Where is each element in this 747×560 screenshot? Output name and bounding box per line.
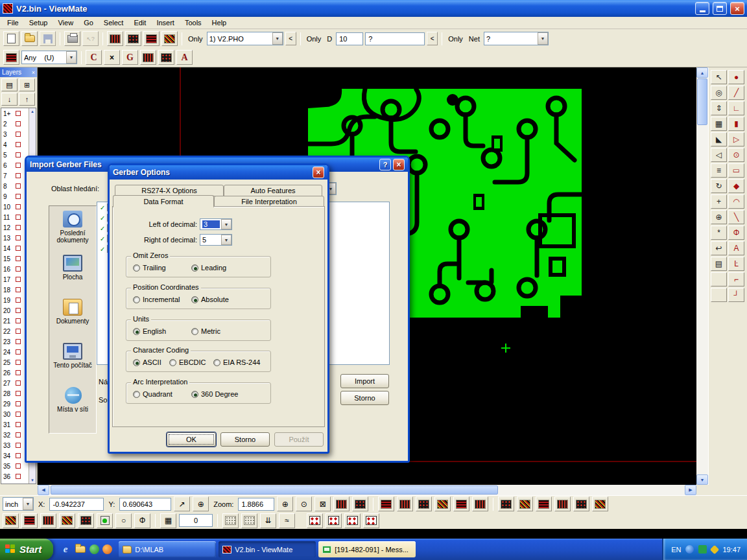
- dice-pattern-button[interactable]: [326, 513, 342, 528]
- chevron-down-icon[interactable]: ▼: [23, 498, 33, 510]
- previous-layer-button[interactable]: <: [285, 32, 296, 45]
- cancel-button[interactable]: Storno: [220, 432, 270, 447]
- tool-icon[interactable]: ↖: [711, 70, 727, 84]
- pattern-button[interactable]: [397, 496, 413, 511]
- tool-icon[interactable]: ◎: [711, 86, 727, 100]
- vertical-scroll-thumb[interactable]: [697, 78, 707, 125]
- tool-icon[interactable]: Φ: [728, 226, 744, 240]
- radio-quadrant[interactable]: Quadrant: [133, 390, 172, 398]
- taskbar-button-mlab[interactable]: D:\MLAB: [119, 541, 216, 557]
- radio-metric[interactable]: Metric: [191, 327, 220, 335]
- layer-move-down-button[interactable]: ↓: [1, 93, 18, 106]
- tool-icon[interactable]: ◣: [711, 132, 727, 146]
- tool-icon[interactable]: ╲: [728, 210, 744, 224]
- maximize-button[interactable]: [713, 2, 727, 15]
- dcode-table-button[interactable]: [107, 31, 123, 46]
- menu-item[interactable]: View: [53, 18, 78, 28]
- pattern-button[interactable]: [536, 496, 552, 511]
- drill-symbol-button[interactable]: Φ: [134, 513, 150, 528]
- units-combo[interactable]: inch ▼: [3, 497, 34, 511]
- grid-table-button-2[interactable]: [352, 496, 368, 511]
- layer-status-button[interactable]: [97, 513, 113, 528]
- tool-icon[interactable]: [711, 288, 727, 302]
- zoom-window-button[interactable]: ⊠: [314, 496, 331, 511]
- tool-icon[interactable]: *: [711, 226, 727, 240]
- pattern-button[interactable]: [472, 496, 488, 511]
- measure-tool-button[interactable]: [143, 31, 160, 46]
- minimize-button[interactable]: [695, 2, 709, 15]
- pad-grid-button[interactable]: [140, 50, 156, 65]
- scroll-left-button[interactable]: ◀: [38, 485, 49, 495]
- pattern-button[interactable]: [573, 496, 589, 511]
- tool-icon[interactable]: ⊕: [711, 210, 727, 224]
- move-aperture-button[interactable]: ×: [104, 50, 120, 65]
- aperture-list-button[interactable]: [125, 31, 141, 46]
- radio-leading[interactable]: Leading: [191, 264, 226, 272]
- vertical-scrollbar[interactable]: ▲ ▼: [696, 67, 708, 485]
- tray-icon-yellow[interactable]: [710, 544, 719, 554]
- dot-grid-button-2[interactable]: [241, 513, 257, 528]
- radio-eia-rs244[interactable]: EIA RS-244: [213, 358, 260, 366]
- menu-item[interactable]: Insert: [151, 18, 180, 28]
- taskbar-button-message[interactable]: [191-482-091] - Mess...: [318, 541, 416, 557]
- radio-absolute[interactable]: Absolute: [191, 296, 229, 303]
- radio-360-degree[interactable]: 360 Degree: [191, 390, 239, 398]
- internet-explorer-icon[interactable]: e: [60, 544, 71, 555]
- taskbar-button-viewmate[interactable]: V2.bin - ViewMate: [219, 541, 316, 557]
- tool-icon[interactable]: ▮: [728, 117, 744, 131]
- horizontal-scroll-thumb[interactable]: [51, 485, 498, 495]
- start-button[interactable]: Start: [0, 539, 53, 560]
- y-coordinate-field[interactable]: 0.690643: [119, 498, 171, 511]
- chevron-down-icon[interactable]: ▼: [221, 235, 231, 245]
- horizontal-scrollbar[interactable]: ◀ ▶: [38, 485, 696, 495]
- place-network[interactable]: Místa v síti: [49, 382, 96, 426]
- dcode-field[interactable]: 10: [336, 32, 363, 45]
- only-layer-toggle[interactable]: Only: [186, 35, 205, 43]
- layer-grid-button[interactable]: ⊞: [19, 78, 35, 91]
- tool-icon[interactable]: ∟: [728, 101, 744, 115]
- layer-select-combo[interactable]: 1) V2.PHO ▼: [207, 32, 283, 45]
- tool-icon[interactable]: ▤: [711, 257, 727, 271]
- pattern-button[interactable]: [453, 496, 469, 511]
- folder-shortcut-icon[interactable]: [75, 544, 86, 555]
- tool-icon[interactable]: ⇕: [711, 101, 727, 115]
- pattern-button[interactable]: [3, 513, 19, 528]
- origin-button[interactable]: ⊕: [193, 496, 209, 511]
- tab-data-format[interactable]: Data Format: [113, 195, 214, 207]
- tool-icon[interactable]: ◁: [711, 148, 727, 162]
- language-indicator[interactable]: EN: [671, 546, 681, 554]
- dice-pattern-button[interactable]: [363, 513, 379, 528]
- chevron-down-icon[interactable]: ▼: [272, 32, 283, 45]
- dice-pattern-button[interactable]: [344, 513, 361, 528]
- chevron-down-icon[interactable]: ▼: [66, 51, 77, 64]
- tool-icon[interactable]: ▭: [728, 163, 744, 178]
- import-button[interactable]: Import: [340, 374, 389, 388]
- layer-view-button[interactable]: ▤: [1, 78, 18, 91]
- gerber-aperture-button[interactable]: G: [122, 50, 138, 65]
- radio-ebcdic[interactable]: EBCDIC: [169, 358, 206, 366]
- zoom-select-button[interactable]: ⊙: [296, 496, 312, 511]
- scroll-up-icon[interactable]: ▲: [30, 110, 34, 113]
- chevron-down-icon[interactable]: ▼: [538, 32, 548, 45]
- scroll-down-icon[interactable]: ▼: [30, 478, 34, 482]
- tool-icon[interactable]: Ŀ: [728, 257, 744, 271]
- round-aperture-button[interactable]: ○: [115, 513, 132, 528]
- text-aperture-button[interactable]: A: [176, 50, 193, 65]
- new-file-button[interactable]: [3, 31, 19, 46]
- menu-item[interactable]: Go: [78, 18, 99, 28]
- radio-ascii[interactable]: ASCII: [133, 358, 161, 366]
- left-of-decimal-combo[interactable]: 3 ▼: [200, 218, 232, 230]
- place-documents[interactable]: Dokumenty: [49, 294, 96, 338]
- pattern-button[interactable]: [78, 513, 94, 528]
- grid-table-button[interactable]: [333, 496, 350, 511]
- place-my-computer[interactable]: Tento počítač: [49, 338, 96, 382]
- dialog-close-button[interactable]: ×: [393, 159, 405, 170]
- open-file-button[interactable]: [21, 31, 38, 46]
- pattern-button[interactable]: [40, 513, 56, 528]
- zoom-in-button[interactable]: ⊕: [277, 496, 293, 511]
- only-dcode-toggle[interactable]: Only: [305, 35, 324, 43]
- circle-aperture-button[interactable]: C: [86, 50, 102, 65]
- pattern-button[interactable]: [498, 496, 514, 511]
- tool-icon[interactable]: ≡: [711, 163, 727, 178]
- tool-icon[interactable]: A: [728, 241, 744, 255]
